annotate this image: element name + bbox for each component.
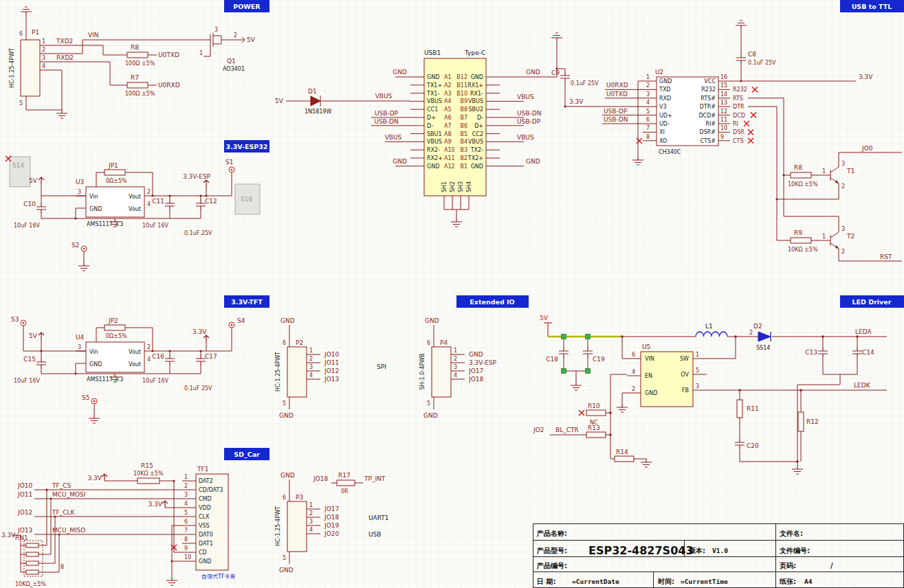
net-label-vin[interactable]: VIN <box>88 32 99 38</box>
usb1-refdes: USB1 <box>424 49 441 56</box>
power-flag-3v3-r15[interactable]: 3.3V <box>88 474 107 482</box>
p4-refdes: P4 <box>440 339 448 346</box>
svg-text:S14: S14 <box>12 162 24 169</box>
svg-text:A12: A12 <box>444 163 455 170</box>
p3-pin6-number: 6 <box>283 495 286 501</box>
net-label-jo18[interactable]: JO18 <box>313 475 328 482</box>
net-label-usb-dp-r[interactable]: USB-DP <box>517 118 541 125</box>
net-label-jo12[interactable]: JO12 <box>17 509 32 516</box>
p4-pin6-number: 6 <box>427 340 430 346</box>
svg-text:TX1+: TX1+ <box>426 82 442 89</box>
net-label-rst[interactable]: RST <box>880 253 892 260</box>
svg-text:10uF 16V: 10uF 16V <box>14 378 41 384</box>
net-label-jo13[interactable]: JO13 <box>17 527 32 534</box>
svg-text:0.1uF 25V: 0.1uF 25V <box>748 60 776 66</box>
net-label-tf-clk[interactable]: TF_CLK <box>52 509 75 516</box>
net-label-rxd2[interactable]: RXD2 <box>56 54 74 61</box>
net-label-jo2[interactable]: JO2 <box>533 427 544 433</box>
tab-usb-to-ttl[interactable]: USB to TTL <box>840 0 904 12</box>
svg-text:DTR#: DTR# <box>700 104 716 110</box>
svg-text:D2: D2 <box>753 323 762 330</box>
tab-extended-io[interactable]: Extended IO <box>456 295 529 308</box>
net-label-u0txd[interactable]: U0TXD <box>606 91 628 98</box>
svg-text:GND: GND <box>471 74 483 80</box>
net-label-ledk[interactable]: LEDK <box>854 382 871 389</box>
net-label-usb-dn[interactable]: USB-DN <box>374 118 398 125</box>
schematic-canvas[interactable]: POWER 3.3V-ESP32 3.3V-TFT SD_Car Extende… <box>0 0 904 588</box>
p4-pin5-number: 5 <box>427 400 430 407</box>
svg-text:R232: R232 <box>701 87 716 93</box>
svg-text:3.3V: 3.3V <box>88 475 102 482</box>
ghost-part-s16[interactable]: S16 <box>235 184 260 214</box>
net-label-gnd-p3-top[interactable]: GND <box>280 472 295 479</box>
net-label-leda[interactable]: LEDA <box>855 328 872 335</box>
net-label-vbus2[interactable]: VBUS <box>385 134 402 141</box>
svg-text:RTS#: RTS# <box>701 95 716 102</box>
p3-refdes: P3 <box>296 494 303 501</box>
tab-sd-car[interactable]: SD_Car <box>224 448 269 460</box>
u5-refdes: U5 <box>642 343 650 350</box>
tab-led-driver[interactable]: LED Driver <box>840 295 904 308</box>
connector-usb1[interactable]: USB1 Type-C GND A1 TX1+ A2 TX1- A3 VBUS … <box>410 49 500 210</box>
net-label-tp-int[interactable]: TP_INT <box>364 475 386 482</box>
net-label-gnd-p2-bot[interactable]: GND <box>279 412 294 419</box>
svg-text:B1: B1 <box>460 163 467 170</box>
svg-text:SD_Car: SD_Car <box>234 451 260 458</box>
net-label-jo10[interactable]: JO10 <box>17 482 32 489</box>
net-label-gnd-p2-top[interactable]: GND <box>280 317 295 324</box>
svg-text:C15: C15 <box>23 356 36 363</box>
power-flag-3v3-vdd[interactable]: 3.3V <box>148 501 168 508</box>
net-label-jo11[interactable]: JO11 <box>17 491 32 498</box>
svg-text:3: 3 <box>454 364 457 370</box>
svg-text:VBUS: VBUS <box>468 98 483 104</box>
r8-value: 100Ω ±5% <box>125 60 155 67</box>
net-label-usb-dn-r[interactable]: USB-DN <box>517 110 541 117</box>
net-label-u0rxd[interactable]: U0RXD <box>606 82 628 89</box>
svg-text:2: 2 <box>749 330 753 336</box>
schematic-sheet[interactable]: POWER 3.3V-ESP32 3.3V-TFT SD_Car Extende… <box>0 0 904 588</box>
tab-3v3-esp32[interactable]: 3.3V-ESP32 <box>224 140 269 152</box>
svg-text:A6: A6 <box>444 115 452 121</box>
p2-pin5-number: 5 <box>283 400 286 407</box>
net-label-vbus[interactable]: VBUS <box>375 93 393 100</box>
p2-pin6-number: 6 <box>283 340 286 346</box>
net-label-gnd2-r[interactable]: GND <box>526 158 540 165</box>
net-label-mcu-miso[interactable]: MCU_MISO <box>52 527 85 534</box>
power-flag-3v3[interactable]: 3.3V <box>859 74 873 80</box>
net-label-gnd-r[interactable]: GND <box>526 69 540 76</box>
svg-text:GND: GND <box>659 78 672 84</box>
net-label-vbus2-r[interactable]: VBUS <box>517 134 534 141</box>
power-flag-3v3-rn1[interactable]: 3.3V <box>1 532 16 539</box>
svg-text:5V: 5V <box>29 332 38 339</box>
p1-pin6-number: 6 <box>19 31 23 37</box>
net-label-u0rxd[interactable]: U0RXD <box>158 82 180 89</box>
net-label-usb-dn[interactable]: USB-DN <box>604 116 628 123</box>
net-label-jo0[interactable]: JO0 <box>861 145 873 152</box>
net-label-usb-dp[interactable]: USB-DP <box>604 108 628 115</box>
net-label-gnd-p4-top[interactable]: GND <box>425 317 439 324</box>
p1-refdes: P1 <box>32 29 39 36</box>
svg-text:16: 16 <box>720 74 727 80</box>
power-flag-3v3[interactable]: 3.3V <box>569 98 584 105</box>
svg-text:VDD: VDD <box>199 505 211 511</box>
u3-refdes: U3 <box>76 179 84 185</box>
net-label-txd2[interactable]: TXD2 <box>56 38 73 45</box>
svg-text:RX1+: RX1+ <box>467 82 483 89</box>
net-label-gnd-p4-bot[interactable]: GND <box>423 412 438 419</box>
tab-3v3-tft[interactable]: 3.3V-TFT <box>224 295 269 308</box>
net-label-bl-ctr[interactable]: BL_CTR <box>555 427 579 433</box>
svg-text:3: 3 <box>841 161 845 167</box>
net-label-gnd[interactable]: GND <box>393 69 407 76</box>
svg-text:9: 9 <box>184 545 188 552</box>
net-label-gnd2[interactable]: GND <box>393 158 407 165</box>
net-label-gnd-p3-bot[interactable]: GND <box>279 567 294 574</box>
net-label-vbus-r[interactable]: VBUS <box>517 93 534 100</box>
net-label-u0txd[interactable]: U0TXD <box>158 52 179 58</box>
tab-power[interactable]: POWER <box>224 0 269 12</box>
svg-text:Vin: Vin <box>89 349 98 355</box>
net-label-mcu-mosi[interactable]: MCU_MOSI <box>52 491 85 498</box>
net-label-tf-cs[interactable]: TF_CS <box>52 482 71 489</box>
power-flag-5v[interactable]: 5V <box>275 98 284 104</box>
svg-text:VIN: VIN <box>645 356 654 362</box>
net-label-usb-dp[interactable]: USB-DP <box>375 110 399 117</box>
